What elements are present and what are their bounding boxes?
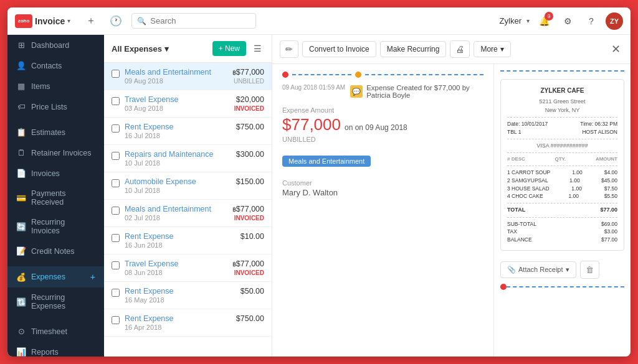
receipt-subtotal-value: $69.00 — [601, 220, 617, 228]
attach-receipt-button[interactable]: 📎 Attach Receipt ▾ — [500, 261, 576, 278]
sidebar-item-dashboard[interactable]: ⊞ Dashboard — [7, 35, 104, 55]
sidebar-item-estimates[interactable]: 📋 Estimates — [7, 122, 104, 142]
expenses-title-caret[interactable]: ▾ — [164, 44, 169, 54]
logo[interactable]: zoho Invoice ▾ — [15, 14, 70, 28]
history-button[interactable]: 🕐 — [107, 12, 125, 30]
close-detail-button[interactable]: ✕ — [609, 40, 623, 58]
receipt-top-line — [500, 70, 624, 72]
search-input[interactable] — [150, 16, 250, 26]
expense-item-3[interactable]: Repairs and Maintenance 10 Jul 2018 $300… — [104, 145, 272, 172]
timeline-event-text: Expense Created for $77,000 by Patricia … — [366, 84, 483, 99]
list-menu-button[interactable]: ☰ — [251, 41, 264, 56]
expense-checkbox-9[interactable] — [112, 316, 120, 324]
timeline-dot-start[interactable] — [282, 72, 288, 78]
sidebar-item-retainer-invoices[interactable]: 🗒 Retainer Invoices — [7, 142, 104, 163]
category-tag[interactable]: Meals and Entertainment — [282, 156, 371, 167]
sidebar-item-label: Retainer Invoices — [31, 149, 92, 157]
receipt-terminal: TBL 1 — [507, 128, 521, 136]
receipt-store-city: New York, NY — [507, 106, 617, 115]
timeline-event-time: 09 Aug 2018 01:59 AM — [282, 84, 345, 91]
more-button[interactable]: More ▾ — [474, 41, 510, 57]
user-avatar[interactable]: ZY — [606, 12, 623, 30]
sidebar-item-label: Recurring Invoices — [31, 218, 95, 235]
receipt-col-amount: AMOUNT — [596, 156, 617, 163]
sidebar-item-credit-notes[interactable]: 📝 Credit Notes — [7, 241, 104, 261]
new-expense-button[interactable]: + New — [212, 41, 246, 56]
sidebar-item-timesheet[interactable]: ⊙ Timesheet — [7, 321, 104, 342]
contacts-icon: 👤 — [16, 61, 26, 70]
expenses-title: All Expenses ▾ — [112, 44, 169, 54]
sidebar-item-invoices[interactable]: 📄 Invoices — [7, 163, 104, 184]
expense-checkbox-5[interactable] — [112, 207, 120, 215]
expense-amt-val-1: $20,000 — [234, 95, 264, 104]
settings-button[interactable]: ⚙ — [558, 12, 577, 30]
sidebar-item-label: Expenses — [31, 273, 65, 281]
expense-checkbox-6[interactable] — [112, 234, 120, 242]
expense-item-5[interactable]: Meals and Entertainment 02 Jul 2018 ฿$77… — [104, 200, 272, 227]
expense-checkbox-3[interactable] — [112, 152, 120, 160]
expense-checkbox-1[interactable] — [112, 97, 120, 105]
sidebar-item-label: Credit Notes — [31, 247, 74, 256]
expense-item-7[interactable]: Travel Expense 08 Jun 2018 ฿$77,000 INVO… — [104, 254, 272, 282]
expense-checkbox-0[interactable] — [112, 70, 120, 78]
expense-amt-val-3: $300.00 — [236, 150, 264, 159]
expense-item-4[interactable]: Automobile Expense 10 Jul 2018 $150.00 — [104, 172, 272, 200]
expense-item-2[interactable]: Rent Expense 16 Jul 2018 $750.00 — [104, 118, 272, 145]
detail-left-panel: 09 Aug 2018 01:59 AM 💬 Expense Created f… — [272, 64, 493, 357]
new-item-button[interactable]: ＋ — [82, 12, 100, 30]
expense-checkbox-7[interactable] — [112, 261, 120, 269]
expense-item-8[interactable]: Rent Expense 16 May 2018 $50.00 — [104, 282, 272, 309]
sidebar-item-reports[interactable]: 📊 Reports — [7, 342, 104, 357]
expense-amount-9: $750.00 — [236, 314, 264, 323]
receipt-terminal-row: TBL 1 HOST ALISON — [507, 128, 617, 136]
expenses-header: All Expenses ▾ + New ☰ — [104, 35, 272, 63]
expenses-list-panel: All Expenses ▾ + New ☰ Meals and Enterta… — [104, 35, 272, 357]
trash-icon: 🗑 — [586, 265, 594, 274]
receipt-item-3: 4 CHOC CAKE 1.00 $5.50 — [507, 192, 617, 200]
expense-checkbox-8[interactable] — [112, 289, 120, 297]
receipt-col-qty: QTY. — [555, 156, 566, 163]
expense-checkbox-2[interactable] — [112, 124, 120, 133]
payments-icon: 💳 — [16, 194, 26, 203]
invoices-icon: 📄 — [16, 169, 26, 178]
notifications-button[interactable]: 🔔 9 — [535, 12, 553, 30]
expense-info-5: Meals and Entertainment 02 Jul 2018 — [125, 205, 227, 222]
sidebar-item-label: Timesheet — [31, 327, 67, 336]
expense-status-5: INVOICED — [232, 215, 264, 222]
make-recurring-button[interactable]: Make Recurring — [380, 41, 447, 57]
zoho-logo-box: zoho — [15, 14, 32, 28]
sidebar-item-contacts[interactable]: 👤 Contacts — [7, 55, 104, 76]
edit-button[interactable]: ✏ — [280, 40, 298, 58]
expense-detail-panel: ✏ Convert to Invoice Make Recurring 🖨 Mo… — [272, 35, 631, 357]
timeline-dot-end[interactable] — [355, 72, 361, 78]
attach-caret-icon: ▾ — [566, 266, 569, 274]
expense-name-3: Repairs and Maintenance — [125, 150, 231, 159]
expense-item-9[interactable]: Rent Expense 16 Apr 2018 $750.00 — [104, 309, 272, 337]
delete-receipt-button[interactable]: 🗑 — [580, 261, 599, 279]
detail-toolbar: ✏ Convert to Invoice Make Recurring 🖨 Mo… — [272, 35, 631, 64]
print-button[interactable]: 🖨 — [450, 40, 470, 58]
sidebar-item-items[interactable]: ▦ Items — [7, 76, 104, 96]
expense-date-7: 08 Jun 2018 — [125, 269, 227, 276]
sidebar-item-recurring-invoices[interactable]: 🔄 Recurring Invoices — [7, 212, 104, 241]
sidebar-item-price-lists[interactable]: 🏷 Price Lists — [7, 96, 104, 117]
expense-name-1: Travel Expense — [125, 95, 229, 104]
convert-to-invoice-button[interactable]: Convert to Invoice — [302, 41, 376, 57]
expense-item-0[interactable]: Meals and Entertainment 09 Aug 2018 ฿$77… — [104, 63, 272, 90]
sidebar-item-payments[interactable]: 💳 Payments Received — [7, 184, 104, 212]
expense-checkbox-4[interactable] — [112, 179, 120, 187]
expense-date-6: 16 Jun 2018 — [125, 241, 236, 249]
sidebar-item-expenses[interactable]: 💰 Expenses + — [7, 266, 104, 287]
expense-item-6[interactable]: Rent Expense 16 Jun 2018 $10.00 — [104, 227, 272, 254]
expense-item-1[interactable]: Travel Expense 03 Aug 2018 $20,000 INVOI… — [104, 90, 272, 118]
timeline-dot-bottom[interactable] — [500, 284, 507, 290]
receipt-divider-1 — [507, 117, 617, 118]
receipt-item-0: 1 CARROT SOUP 1.00 $4.00 — [507, 169, 617, 177]
sidebar-item-recurring-expenses[interactable]: 🔃 Recurring Expenses — [7, 287, 104, 316]
help-button[interactable]: ? — [582, 12, 601, 30]
reports-icon: 📊 — [16, 347, 26, 357]
expenses-add-icon[interactable]: + — [90, 272, 95, 282]
price-lists-icon: 🏷 — [16, 102, 26, 111]
expense-amt-val-7: ฿$77,000 — [232, 259, 264, 268]
receipt-item-2: 3 HOUSE SALAD 1.00 $7.50 — [507, 185, 617, 193]
